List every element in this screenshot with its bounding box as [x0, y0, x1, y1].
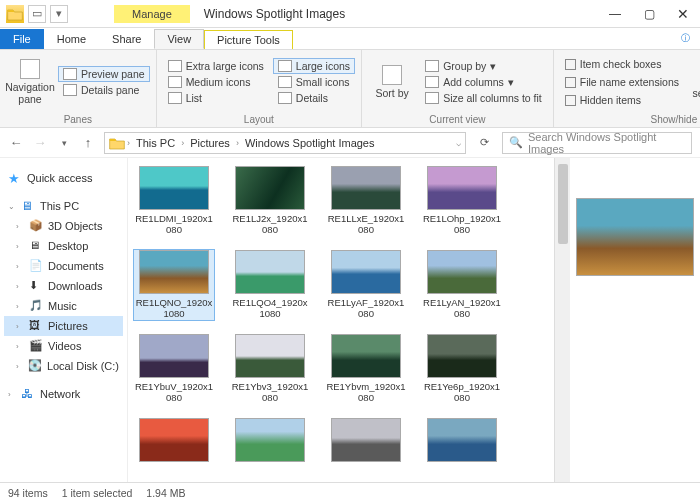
- layout-list[interactable]: List: [163, 90, 269, 106]
- chevron-right-icon[interactable]: ›: [16, 362, 23, 371]
- chevron-right-icon[interactable]: ›: [236, 138, 239, 148]
- history-dropdown-icon[interactable]: ⌵: [456, 138, 461, 148]
- chevron-right-icon[interactable]: ›: [16, 342, 24, 351]
- refresh-button[interactable]: ⟳: [474, 136, 494, 149]
- chevron-right-icon[interactable]: ›: [8, 390, 16, 399]
- tab-view[interactable]: View: [154, 29, 204, 49]
- ribbon: Navigation pane Preview pane Details pan…: [0, 50, 700, 128]
- layout-sm-icons[interactable]: Small icons: [273, 74, 355, 90]
- file-tile[interactable]: RE1LOhp_1920x1080: [422, 166, 502, 236]
- chevron-right-icon[interactable]: ›: [16, 282, 24, 291]
- tab-file[interactable]: File: [0, 29, 44, 49]
- sidebar-item[interactable]: ›⬇Downloads: [4, 276, 123, 296]
- scrollbar[interactable]: [554, 158, 570, 482]
- scrollbar-thumb[interactable]: [558, 164, 568, 244]
- hide-selected-button[interactable]: Hide selected items: [688, 52, 700, 112]
- sidebar-item[interactable]: ›🎵Music: [4, 296, 123, 316]
- file-tile[interactable]: [326, 418, 406, 466]
- file-tile[interactable]: RE1Ye6p_1920x1080: [422, 334, 502, 404]
- maximize-button[interactable]: ▢: [632, 0, 666, 28]
- thumbnail-image: [235, 250, 305, 294]
- sidebar-item[interactable]: ›📄Documents: [4, 256, 123, 276]
- file-tile[interactable]: [422, 418, 502, 466]
- file-tile[interactable]: [230, 418, 310, 466]
- forward-button[interactable]: →: [32, 135, 48, 150]
- file-tile[interactable]: RE1LLxE_1920x1080: [326, 166, 406, 236]
- layout-details[interactable]: Details: [273, 90, 355, 106]
- ribbon-collapse-icon[interactable]: ⓘ: [671, 28, 700, 49]
- file-grid[interactable]: RE1LDMI_1920x1080RE1LJ2x_1920x1080RE1LLx…: [128, 158, 554, 482]
- manage-tab[interactable]: Manage: [114, 5, 190, 23]
- search-input[interactable]: 🔍 Search Windows Spotlight Images: [502, 132, 692, 154]
- file-tile[interactable]: RE1LyAF_1920x1080: [326, 250, 406, 320]
- file-tile[interactable]: RE1LQO4_1920x1080: [230, 250, 310, 320]
- details-pane-button[interactable]: Details pane: [58, 82, 150, 98]
- folder-icon[interactable]: [6, 5, 24, 23]
- chevron-right-icon[interactable]: ›: [16, 242, 24, 251]
- qat-button[interactable]: ▭: [28, 5, 46, 23]
- explorer-body: ★ Quick access ⌄ 🖥 This PC ›📦3D Objects›…: [0, 158, 700, 482]
- group-by-button[interactable]: Group by ▾: [420, 58, 547, 74]
- file-extensions-toggle[interactable]: File name extensions: [560, 74, 684, 90]
- breadcrumb[interactable]: › This PC › Pictures › Windows Spotlight…: [104, 132, 466, 154]
- layout-lg-icons[interactable]: Large icons: [273, 58, 355, 74]
- chevron-right-icon[interactable]: ›: [181, 138, 184, 148]
- minimize-button[interactable]: —: [598, 0, 632, 28]
- navigation-sidebar: ★ Quick access ⌄ 🖥 This PC ›📦3D Objects›…: [0, 158, 128, 482]
- sidebar-item[interactable]: ›💽Local Disk (C:): [4, 356, 123, 376]
- file-tile[interactable]: RE1Ybvm_1920x1080: [326, 334, 406, 404]
- sidebar-network[interactable]: › 🖧 Network: [4, 384, 123, 404]
- sidebar-item[interactable]: ›🖼Pictures: [4, 316, 123, 336]
- folder-icon: 🖼: [29, 319, 43, 333]
- item-checkboxes-toggle[interactable]: Item check boxes: [560, 56, 684, 72]
- chevron-right-icon[interactable]: ›: [16, 302, 24, 311]
- chevron-right-icon[interactable]: ›: [16, 222, 24, 231]
- up-button[interactable]: ↑: [80, 135, 96, 150]
- sidebar-quick-access[interactable]: ★ Quick access: [4, 168, 123, 188]
- add-columns-button[interactable]: Add columns ▾: [420, 74, 547, 90]
- layout-xl-icons[interactable]: Extra large icons: [163, 58, 269, 74]
- chevron-right-icon[interactable]: ›: [16, 322, 24, 331]
- close-button[interactable]: ✕: [666, 0, 700, 28]
- hidden-items-toggle[interactable]: Hidden items: [560, 92, 684, 108]
- file-tile[interactable]: RE1Ybv3_1920x1080: [230, 334, 310, 404]
- file-tile[interactable]: RE1LJ2x_1920x1080: [230, 166, 310, 236]
- ribbon-group-layout: Extra large icons Medium icons List Larg…: [157, 50, 363, 127]
- group-label: Layout: [163, 112, 356, 127]
- crumb-current[interactable]: Windows Spotlight Images: [241, 137, 379, 149]
- size-columns-button[interactable]: Size all columns to fit: [420, 90, 547, 106]
- back-button[interactable]: ←: [8, 135, 24, 150]
- layout-md-icons[interactable]: Medium icons: [163, 74, 269, 90]
- file-tile[interactable]: RE1LDMI_1920x1080: [134, 166, 214, 236]
- tab-home[interactable]: Home: [44, 29, 99, 49]
- sidebar-this-pc[interactable]: ⌄ 🖥 This PC: [4, 196, 123, 216]
- file-tile[interactable]: RE1LyAN_1920x1080: [422, 250, 502, 320]
- crumb-pictures[interactable]: Pictures: [186, 137, 234, 149]
- recent-dropdown[interactable]: ▾: [56, 138, 72, 148]
- file-tile[interactable]: RE1YbuV_1920x1080: [134, 334, 214, 404]
- folder-icon: 🖥: [29, 239, 43, 253]
- sort-by-button[interactable]: Sort by: [368, 52, 416, 112]
- crumb-this-pc[interactable]: This PC: [132, 137, 179, 149]
- sidebar-item[interactable]: ›🖥Desktop: [4, 236, 123, 256]
- chevron-right-icon[interactable]: ›: [127, 138, 130, 148]
- chevron-down-icon[interactable]: ⌄: [8, 202, 16, 211]
- chevron-right-icon[interactable]: ›: [16, 262, 24, 271]
- qat-dropdown[interactable]: ▾: [50, 5, 68, 23]
- thumbnail-image: [331, 250, 401, 294]
- sidebar-item[interactable]: ›📦3D Objects: [4, 216, 123, 236]
- content-area: RE1LDMI_1920x1080RE1LJ2x_1920x1080RE1LLx…: [128, 158, 700, 482]
- tab-share[interactable]: Share: [99, 29, 154, 49]
- file-tile[interactable]: [134, 418, 214, 466]
- star-icon: ★: [8, 171, 22, 185]
- tab-picture-tools[interactable]: Picture Tools: [204, 30, 293, 49]
- pc-icon: 🖥: [21, 199, 35, 213]
- file-name: RE1LyAN_1920x1080: [422, 298, 502, 320]
- group-label: Show/hide: [560, 112, 700, 127]
- navigation-pane-button[interactable]: Navigation pane: [6, 52, 54, 112]
- file-tile[interactable]: RE1LQNO_1920x1080: [134, 250, 214, 320]
- preview-pane-button[interactable]: Preview pane: [58, 66, 150, 82]
- file-name: RE1LyAF_1920x1080: [326, 298, 406, 320]
- sidebar-item[interactable]: ›🎬Videos: [4, 336, 123, 356]
- window-title: Windows Spotlight Images: [190, 7, 345, 21]
